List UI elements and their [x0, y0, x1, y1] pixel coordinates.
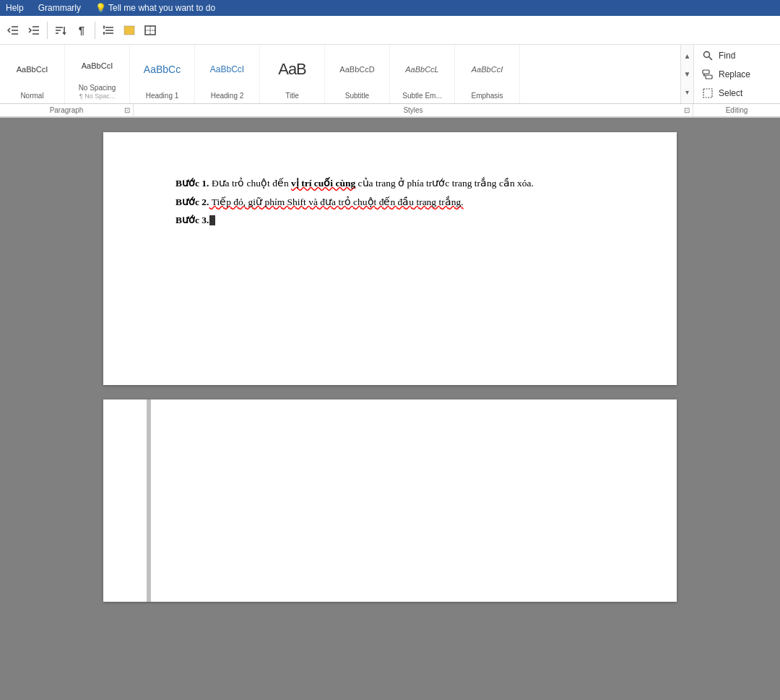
page2-left-margin	[147, 399, 151, 602]
line-spacing-button[interactable]	[98, 20, 118, 40]
styles-area: AaBbCcI Normal AaBbCcI No Spacing ¶ No S…	[0, 45, 680, 103]
style-subtle-preview: AaBbCcL	[405, 49, 438, 90]
select-button[interactable]: Select	[698, 85, 776, 102]
style-nospacing-label: No Spacing ¶ No Spac...	[79, 84, 116, 100]
styles-row: AaBbCcI Normal AaBbCcI No Spacing ¶ No S…	[0, 45, 780, 104]
replace-label: Replace	[719, 69, 750, 79]
styles-scroll-down[interactable]: ▼	[681, 65, 693, 83]
page-break	[103, 385, 677, 399]
svg-point-18	[704, 51, 710, 57]
step1-paragraph: Bước 1. Đưa trỏ chuột đến vị trí cuối cù…	[176, 176, 604, 191]
right-panel: Find Replace	[693, 45, 780, 103]
step2-paragraph: Bước 2. Tiếp đó, giữ phím Shift và đưa t…	[176, 194, 604, 210]
select-label: Select	[719, 88, 742, 98]
styles-section-label: Styles ⊡	[134, 104, 693, 116]
style-subtle-label: Subtle Em...	[402, 92, 441, 100]
document-content[interactable]: Bước 1. Đưa trỏ chuột đến vị trí cuối cù…	[176, 176, 604, 228]
document-area: Bước 1. Đưa trỏ chuột đến vị trí cuối cù…	[0, 118, 780, 700]
select-icon	[701, 87, 714, 100]
style-subtle-emphasis[interactable]: AaBbCcL Subtle Em...	[390, 45, 455, 103]
shading-button[interactable]	[119, 20, 139, 40]
indent-group	[3, 20, 44, 40]
formatting-toolbar: ¶	[0, 16, 780, 45]
style-heading1-preview: AaBbCc	[144, 49, 181, 90]
style-subtitle-preview: AaBbCcD	[339, 49, 374, 90]
step2-bold: Bước 2.	[176, 196, 209, 207]
sort-group: ¶	[51, 20, 92, 40]
style-subtitle-label: Subtitle	[345, 92, 369, 100]
svg-rect-14	[124, 26, 134, 35]
step1-bold2: vị trí cuối cùng	[291, 178, 355, 189]
style-heading2-label: Heading 2	[211, 92, 244, 100]
styles-scroll: ▲ ▼ ▾	[680, 45, 693, 103]
text-cursor	[209, 215, 215, 225]
page-2	[103, 399, 677, 602]
styles-expand[interactable]: ▾	[681, 83, 693, 101]
decrease-indent-button[interactable]	[3, 20, 23, 40]
svg-rect-23	[703, 89, 712, 98]
ribbon: ¶	[0, 16, 780, 118]
style-heading2-preview: AaBbCcI	[210, 49, 244, 90]
styles-scroll-up[interactable]: ▲	[681, 47, 693, 65]
svg-line-19	[709, 56, 713, 60]
style-heading1-label: Heading 1	[146, 92, 179, 100]
increase-indent-button[interactable]	[24, 20, 44, 40]
ribbon-labels: Paragraph ⊡ Styles ⊡ Editing	[0, 104, 780, 117]
svg-rect-21	[706, 75, 712, 79]
show-paragraph-button[interactable]: ¶	[72, 20, 92, 40]
step3-bold: Bước 3.	[176, 215, 209, 225]
style-nospacing-preview: AaBbCcI	[82, 49, 113, 82]
separator-1	[47, 22, 48, 39]
paragraph-section-label: Paragraph ⊡	[0, 104, 134, 116]
paragraph-expand-icon[interactable]: ⊡	[124, 106, 130, 114]
step2-text: Tiếp đó, giữ phím Shift và đưa trỏ chuột…	[209, 196, 464, 207]
style-heading1[interactable]: AaBbCc Heading 1	[130, 45, 195, 103]
style-emphasis[interactable]: AaBbCcI Emphasis	[455, 45, 520, 103]
style-title-label: Title	[285, 92, 299, 100]
borders-button[interactable]	[140, 20, 160, 40]
help-menu[interactable]: Help	[6, 3, 24, 13]
step3-paragraph: Bước 3.	[176, 212, 604, 228]
replace-icon	[701, 68, 714, 81]
grammarly-menu[interactable]: Grammarly	[38, 3, 81, 13]
style-subtitle[interactable]: AaBbCcD Subtitle	[325, 45, 390, 103]
find-button[interactable]: Find	[698, 47, 776, 64]
style-normal[interactable]: AaBbCcI Normal	[0, 45, 65, 103]
style-normal-preview: AaBbCcI	[17, 49, 48, 90]
step1-text1: Đưa trỏ chuột đến	[209, 178, 292, 189]
page-1: Bước 1. Đưa trỏ chuột đến vị trí cuối cù…	[103, 132, 677, 385]
style-emphasis-preview: AaBbCcI	[472, 49, 503, 90]
separator-2	[95, 22, 95, 39]
tell-me-bar[interactable]: 💡 Tell me what you want to do	[95, 3, 215, 13]
style-emphasis-label: Emphasis	[472, 92, 503, 100]
style-heading2[interactable]: AaBbCcI Heading 2	[195, 45, 260, 103]
find-label: Find	[719, 51, 735, 61]
top-bar: Help Grammarly 💡 Tell me what you want t…	[0, 0, 780, 16]
svg-rect-20	[703, 70, 709, 74]
style-title-preview: AaB	[278, 49, 306, 90]
find-icon	[701, 49, 714, 62]
style-normal-label: Normal	[20, 92, 43, 100]
step1-bold: Bước 1.	[176, 178, 209, 189]
replace-button[interactable]: Replace	[698, 66, 776, 83]
spacing-group	[98, 20, 160, 40]
sort-button[interactable]	[51, 20, 71, 40]
style-nospacing[interactable]: AaBbCcI No Spacing ¶ No Spac...	[65, 45, 130, 103]
editing-section-label: Editing	[693, 104, 780, 116]
step1-text2: của trang ở phía trước trang trắng cần x…	[355, 178, 534, 189]
styles-expand-icon[interactable]: ⊡	[684, 106, 690, 114]
lightbulb-icon: 💡	[95, 3, 105, 13]
style-title[interactable]: AaB Title	[260, 45, 325, 103]
